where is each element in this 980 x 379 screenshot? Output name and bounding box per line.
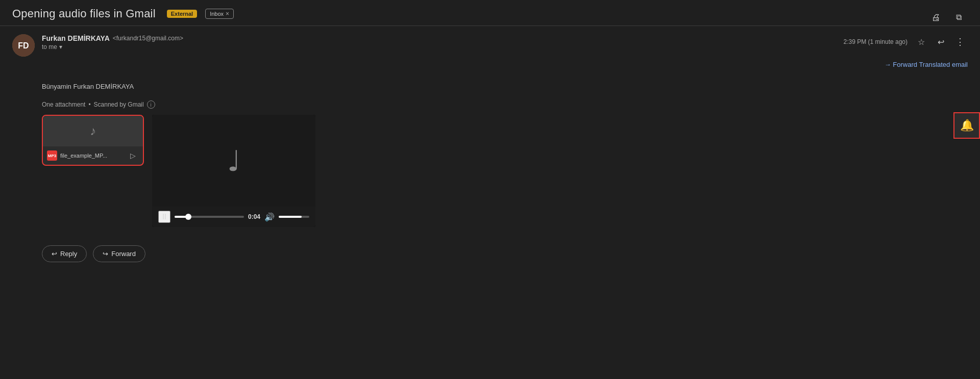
body-greeting: Bünyamin Furkan DEMİRKAYA: [42, 83, 968, 90]
reply-icon: ↩: [938, 37, 944, 47]
attachment-footer: MP3 file_example_MP... ▷: [43, 146, 143, 165]
volume-bar[interactable]: [279, 216, 309, 218]
pause-icon: ⏸: [160, 212, 168, 221]
close-inbox-badge[interactable]: ×: [226, 10, 229, 17]
sender-row: FD Furkan DEMİRKAYA <furkandr15@gmail.co…: [0, 26, 980, 57]
popout-button[interactable]: ⧉: [949, 8, 968, 27]
media-controls: ⏸ 0:04 🔊: [152, 207, 315, 227]
more-button[interactable]: ⋮: [952, 34, 968, 49]
right-panel-alert[interactable]: 🔔: [953, 112, 980, 139]
to-me-label[interactable]: to me ▾: [42, 43, 968, 50]
sender-email: <furkandr15@gmail.com>: [113, 35, 183, 42]
attachment-card[interactable]: ♪ MP3 file_example_MP... ▷: [42, 115, 144, 166]
progress-thumb: [185, 214, 191, 220]
alert-bell-icon: 🔔: [960, 119, 974, 132]
attachment-card-wrapper: ♪ MP3 file_example_MP... ▷ ♩: [42, 115, 968, 227]
star-icon: ☆: [918, 37, 925, 47]
attachment-preview: ♪: [43, 116, 143, 146]
forward-btn-icon: ↪: [103, 250, 108, 258]
email-subject: Opening audio files in Gmail: [12, 7, 156, 20]
media-player: ♩ ⏸ 0:04 🔊: [152, 115, 315, 227]
badge-external: External: [167, 10, 197, 18]
reply-button-header[interactable]: ↩: [933, 34, 948, 49]
time-display: 0:04: [248, 213, 260, 220]
meta-icons: ☆ ↩ ⋮: [914, 34, 968, 49]
mp3-file-icon: MP3: [47, 150, 57, 161]
sender-meta-right: 2:39 PM (1 minute ago) ☆ ↩ ⋮: [844, 34, 968, 49]
media-video-area: ♩: [152, 115, 315, 207]
more-icon: ⋮: [955, 36, 965, 47]
scanned-info-icon[interactable]: i: [147, 100, 155, 109]
reply-btn-icon: ↩: [52, 250, 57, 258]
attach-filename: file_example_MP...: [60, 153, 124, 159]
reply-button[interactable]: ↩ Reply: [42, 245, 87, 262]
forward-translated[interactable]: → Forward Translated email: [0, 57, 980, 72]
badge-inbox[interactable]: Inbox ×: [205, 9, 234, 19]
forward-button[interactable]: ↪ Forward: [93, 245, 145, 262]
email-body: Bünyamin Furkan DEMİRKAYA One attachment…: [0, 72, 980, 227]
timestamp: 2:39 PM (1 minute ago): [844, 38, 908, 45]
volume-fill: [279, 216, 302, 218]
chevron-down-icon: ▾: [59, 43, 62, 50]
star-button[interactable]: ☆: [914, 34, 929, 49]
popout-icon: ⧉: [956, 13, 962, 22]
svg-text:FD: FD: [18, 41, 29, 50]
progress-bar[interactable]: [175, 216, 244, 218]
sender-info: Furkan DEMİRKAYA <furkandr15@gmail.com> …: [42, 34, 968, 50]
sender-name: Furkan DEMİRKAYA: [42, 34, 110, 42]
sender-avatar: FD: [12, 34, 35, 57]
top-right-toolbar: 🖨 ⧉: [927, 8, 968, 27]
action-buttons: ↩ Reply ↪ Forward: [0, 235, 980, 272]
email-header: Opening audio files in Gmail External In…: [0, 0, 980, 26]
print-button[interactable]: 🖨: [927, 8, 945, 27]
volume-icon[interactable]: 🔊: [264, 212, 275, 222]
music-note-small-icon: ♪: [90, 124, 96, 138]
pause-button[interactable]: ⏸: [158, 211, 170, 223]
print-icon: 🖨: [932, 12, 941, 23]
download-icon: ▷: [130, 151, 136, 160]
attachment-label: One attachment • Scanned by Gmail i: [42, 100, 968, 109]
attachment-section: One attachment • Scanned by Gmail i ♪ MP…: [42, 100, 968, 227]
download-button[interactable]: ▷: [127, 149, 139, 162]
music-note-icon: ♩: [227, 144, 240, 178]
